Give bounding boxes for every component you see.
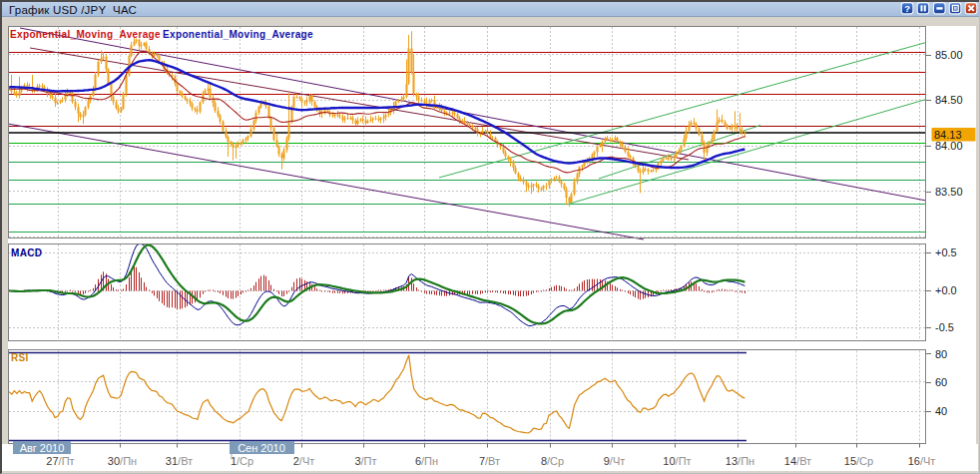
svg-text:15/Ср: 15/Ср [844,455,873,467]
svg-text:RSI: RSI [11,352,29,363]
svg-text:+0.5: +0.5 [935,246,957,258]
svg-text:10/Пт: 10/Пт [663,455,691,467]
svg-text:80: 80 [935,348,947,360]
svg-text:83.50: 83.50 [935,186,963,198]
svg-text:Сен 2010: Сен 2010 [238,442,285,454]
svg-text:85.00: 85.00 [935,49,963,61]
svg-text:+0.0: +0.0 [935,284,957,296]
svg-text:30/Пн: 30/Пн [108,455,137,467]
svg-text:?: ? [904,2,910,13]
svg-text:14/Вт: 14/Вт [784,455,811,467]
svg-text:7/Вт: 7/Вт [479,455,500,467]
svg-text:1/Ср: 1/Ср [231,455,253,467]
svg-text:84.50: 84.50 [935,94,963,106]
svg-text:3/Пт: 3/Пт [354,455,376,467]
svg-text:Exponential_Moving_Average: Exponential_Moving_Average [163,29,313,40]
svg-text:6/Пн: 6/Пн [415,455,438,467]
svg-text:Exponential_Moving_Average: Exponential_Moving_Average [10,29,161,40]
svg-text:9/Чт: 9/Чт [604,455,626,467]
svg-text:Авг 2010: Авг 2010 [20,442,65,454]
svg-text:16/Чт: 16/Чт [908,455,936,467]
svg-text:MACD: MACD [11,247,42,258]
svg-text:40: 40 [935,405,947,417]
svg-text:31/Вт: 31/Вт [166,455,193,467]
svg-text:84.00: 84.00 [935,140,963,152]
svg-text:13/Пн: 13/Пн [726,455,754,467]
svg-text:-0.5: -0.5 [935,321,954,333]
svg-text:84.13: 84.13 [934,129,962,141]
svg-text:60: 60 [935,376,947,388]
svg-text:8/Ср: 8/Ср [541,455,564,467]
svg-text:2/Чт: 2/Чт [293,455,315,467]
svg-text:27/Пт: 27/Пт [46,455,74,467]
